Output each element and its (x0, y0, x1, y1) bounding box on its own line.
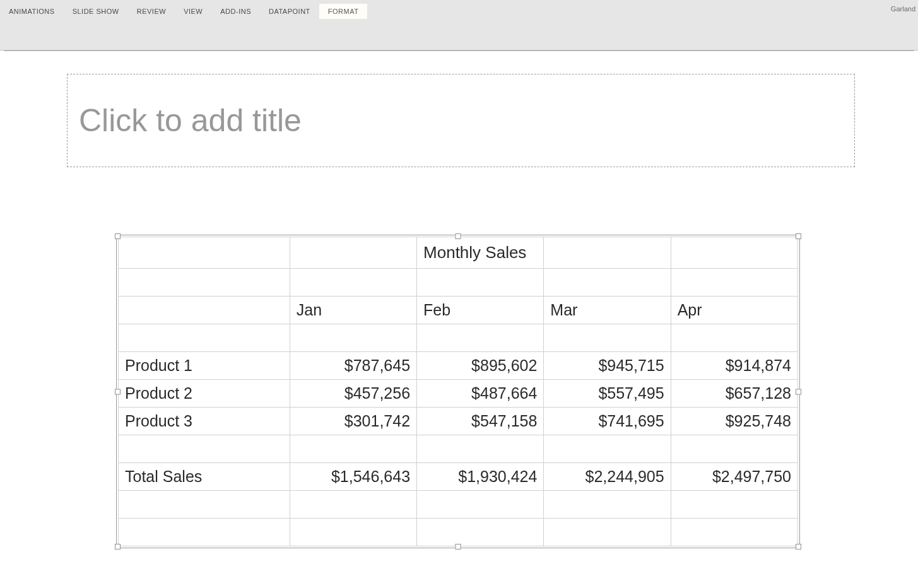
cell-product-label[interactable]: Product 2 (119, 380, 290, 408)
resize-handle-bottom-right[interactable] (796, 544, 801, 550)
cell-empty[interactable] (290, 435, 416, 463)
cell-empty[interactable] (671, 237, 797, 269)
cell-total-label[interactable]: Total Sales (119, 463, 290, 491)
table-row[interactable] (119, 435, 798, 463)
cell-value[interactable]: $945,715 (544, 352, 671, 380)
title-placeholder-text: Click to add title (79, 102, 302, 139)
resize-handle-middle-right[interactable] (796, 389, 801, 394)
cell-empty[interactable] (544, 324, 671, 352)
cell-empty[interactable] (544, 269, 671, 297)
cell-empty[interactable] (671, 435, 797, 463)
cell-empty[interactable] (119, 519, 290, 546)
table-row[interactable] (119, 491, 798, 519)
cell-total-value[interactable]: $1,546,643 (290, 463, 416, 491)
tab-slide-show[interactable]: SLIDE SHOW (64, 4, 128, 19)
cell-empty[interactable] (119, 435, 290, 463)
cell-empty[interactable] (417, 491, 544, 519)
cell-empty[interactable] (119, 324, 290, 352)
table-row[interactable] (119, 269, 798, 297)
cell-value[interactable]: $457,256 (290, 380, 416, 408)
cell-empty[interactable] (671, 491, 797, 519)
cell-month-jan[interactable]: Jan (290, 297, 416, 324)
cell-total-value[interactable]: $2,244,905 (544, 463, 671, 491)
table-row[interactable]: Total Sales $1,546,643 $1,930,424 $2,244… (119, 463, 798, 491)
cell-value[interactable]: $895,602 (417, 352, 544, 380)
cell-empty[interactable] (671, 519, 797, 546)
tab-animations[interactable]: ANIMATIONS (0, 4, 64, 19)
cell-empty[interactable] (290, 237, 416, 269)
cell-empty[interactable] (544, 237, 671, 269)
table-row[interactable]: Product 3 $301,742 $547,158 $741,695 $92… (119, 408, 798, 435)
resize-handle-middle-left[interactable] (115, 389, 121, 394)
cell-empty[interactable] (417, 269, 544, 297)
cell-total-value[interactable]: $1,930,424 (417, 463, 544, 491)
cell-empty[interactable] (119, 491, 290, 519)
cell-value[interactable]: $787,645 (290, 352, 416, 380)
user-name-label: Garland (891, 5, 915, 13)
cell-value[interactable]: $657,128 (671, 380, 797, 408)
table-row[interactable]: Jan Feb Mar Apr (119, 297, 798, 324)
slide-area: Click to add title (0, 50, 918, 588)
cell-empty[interactable] (119, 297, 290, 324)
tab-view[interactable]: VIEW (175, 4, 211, 19)
cell-empty[interactable] (290, 269, 416, 297)
cell-value[interactable]: $925,748 (671, 408, 797, 435)
cell-empty[interactable] (417, 435, 544, 463)
cell-month-feb[interactable]: Feb (417, 297, 544, 324)
cell-empty[interactable] (290, 519, 416, 546)
cell-value[interactable]: $741,695 (544, 408, 671, 435)
table-row[interactable] (119, 519, 798, 546)
tab-review[interactable]: REVIEW (128, 4, 175, 19)
tab-add-ins[interactable]: ADD-INS (211, 4, 260, 19)
cell-value[interactable]: $301,742 (290, 408, 416, 435)
resize-handle-top-middle[interactable] (456, 233, 461, 239)
table-object[interactable]: Monthly Sales Jan Feb Mar Apr (118, 237, 798, 546)
tab-format[interactable]: FORMAT (319, 4, 368, 19)
cell-month-apr[interactable]: Apr (671, 297, 797, 324)
cell-empty[interactable] (544, 435, 671, 463)
resize-handle-top-left[interactable] (115, 233, 121, 239)
cell-value[interactable]: $547,158 (417, 408, 544, 435)
slide-canvas: Click to add title (4, 50, 914, 588)
cell-product-label[interactable]: Product 3 (119, 408, 290, 435)
cell-empty[interactable] (119, 269, 290, 297)
cell-table-title[interactable]: Monthly Sales (417, 237, 544, 269)
title-placeholder[interactable]: Click to add title (67, 74, 855, 167)
table-row[interactable] (119, 324, 798, 352)
cell-value[interactable]: $487,664 (417, 380, 544, 408)
cell-empty[interactable] (417, 519, 544, 546)
ribbon-tabs: ANIMATIONS SLIDE SHOW REVIEW VIEW ADD-IN… (0, 0, 918, 50)
cell-empty[interactable] (119, 237, 290, 269)
cell-empty[interactable] (544, 519, 671, 546)
cell-value[interactable]: $557,495 (544, 380, 671, 408)
table-row[interactable]: Product 2 $457,256 $487,664 $557,495 $65… (119, 380, 798, 408)
cell-empty[interactable] (544, 491, 671, 519)
cell-value[interactable]: $914,874 (671, 352, 797, 380)
resize-handle-bottom-left[interactable] (115, 544, 121, 550)
resize-handle-bottom-middle[interactable] (456, 544, 461, 550)
cell-product-label[interactable]: Product 1 (119, 352, 290, 380)
sales-table[interactable]: Monthly Sales Jan Feb Mar Apr (118, 237, 798, 546)
cell-total-value[interactable]: $2,497,750 (671, 463, 797, 491)
table-row[interactable]: Monthly Sales (119, 237, 798, 269)
cell-month-mar[interactable]: Mar (544, 297, 671, 324)
cell-empty[interactable] (671, 324, 797, 352)
cell-empty[interactable] (290, 491, 416, 519)
cell-empty[interactable] (417, 324, 544, 352)
cell-empty[interactable] (290, 324, 416, 352)
cell-empty[interactable] (671, 269, 797, 297)
resize-handle-top-right[interactable] (796, 233, 801, 239)
tab-datapoint[interactable]: DATAPOINT (260, 4, 319, 19)
table-row[interactable]: Product 1 $787,645 $895,602 $945,715 $91… (119, 352, 798, 380)
